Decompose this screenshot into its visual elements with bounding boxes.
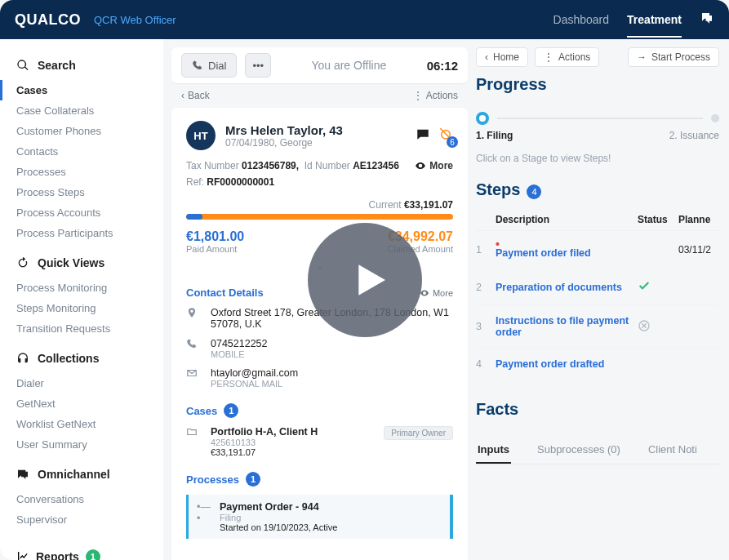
- actions-label: Actions: [426, 90, 458, 101]
- more-toggle[interactable]: More: [415, 160, 453, 171]
- more-button[interactable]: •••: [245, 53, 271, 78]
- nav-treatment[interactable]: Treatment: [627, 13, 682, 38]
- step-row[interactable]: 2 Preparation of documents: [476, 269, 719, 305]
- step-num: 2: [476, 282, 496, 293]
- sidebar-item-cases[interactable]: Cases: [0, 80, 163, 100]
- person-sub: 07/04/1980, George: [225, 137, 343, 149]
- brand-logo: QUALCO: [15, 11, 81, 29]
- sidebar-item[interactable]: Supervisor: [0, 509, 163, 530]
- sidebar-quickviews[interactable]: Quick Views: [0, 251, 163, 274]
- case-name: Portfolio H-A, Client H: [211, 426, 318, 438]
- sub-bar: ‹ Back ⋮ Actions: [171, 83, 468, 108]
- processes-count: 1: [246, 472, 260, 487]
- mail-icon: [186, 367, 201, 381]
- steps-heading: Steps 4: [476, 180, 719, 199]
- facts-heading: Facts: [476, 400, 719, 419]
- stage-1-label[interactable]: 1. Filing: [476, 130, 513, 141]
- tab-inputs[interactable]: Inputs: [476, 437, 511, 464]
- sidebar-item[interactable]: Dialer: [0, 373, 163, 393]
- folder-icon: [186, 426, 201, 440]
- play-video-button[interactable]: [308, 223, 422, 337]
- chart-icon: [16, 550, 29, 560]
- process-row[interactable]: •—• Payment Order - 944 Filing Started o…: [186, 495, 453, 539]
- sidebar-item[interactable]: Process Steps: [0, 182, 163, 202]
- sidebar-reports[interactable]: Reports 1: [0, 538, 163, 560]
- pin-icon: [186, 307, 201, 321]
- sidebar: Search Cases Case Collaterals Customer P…: [0, 39, 163, 560]
- tab-subprocesses[interactable]: Subprocesses (0): [536, 437, 622, 464]
- home-pill[interactable]: ‹Home: [476, 47, 528, 67]
- step-row[interactable]: 1 Payment order filed 03/11/2: [476, 231, 719, 269]
- stage-hint: Click on a Stage to view Steps!: [476, 153, 719, 164]
- sidebar-omni-label: Omnichannel: [38, 468, 110, 481]
- sidebar-item[interactable]: Process Monitoring: [0, 278, 163, 298]
- id-label: Id Number: [304, 160, 350, 171]
- refresh-icon: [16, 256, 29, 269]
- arrow-right-icon: →: [637, 51, 647, 63]
- chat-icon[interactable]: [700, 11, 714, 29]
- step-row[interactable]: 4 Payment order drafted: [476, 349, 719, 380]
- sidebar-item[interactable]: Transition Requests: [0, 318, 163, 339]
- sidebar-item[interactable]: Conversations: [0, 489, 163, 509]
- sidebar-item[interactable]: Steps Monitoring: [0, 298, 163, 318]
- sidebar-collections[interactable]: Collections: [0, 347, 163, 370]
- owner-chip: Primary Owner: [384, 426, 453, 440]
- sidebar-item[interactable]: User Summary: [0, 434, 163, 455]
- actions-pill[interactable]: ⋮Actions: [535, 47, 599, 67]
- id-value: AE123456: [353, 160, 399, 171]
- contact-phone: 0745212252 MOBILE: [186, 338, 453, 359]
- sidebar-item[interactable]: Process Accounts: [0, 202, 163, 223]
- person-header: HT Mrs Helen Taylor, 43 07/04/1980, Geor…: [186, 121, 453, 150]
- case-number: 425610133: [211, 438, 318, 447]
- step-desc[interactable]: Preparation of documents: [496, 282, 638, 293]
- sidebar-search[interactable]: Search: [0, 54, 163, 77]
- chat-icon: [16, 468, 29, 481]
- sub-brand[interactable]: QCR Web Officer: [94, 14, 176, 26]
- dial-label: Dial: [208, 60, 226, 72]
- sidebar-item[interactable]: Customer Phones: [0, 121, 163, 141]
- sidebar-item[interactable]: Contacts: [0, 141, 163, 162]
- sidebar-item[interactable]: Process Participants: [0, 223, 163, 243]
- case-amount: €33,191.07: [211, 447, 318, 457]
- sidebar-item[interactable]: Worklist GetNext: [0, 414, 163, 434]
- tab-client-notif[interactable]: Client Noti: [647, 437, 699, 464]
- step-row[interactable]: 3 Instructions to file payment order: [476, 305, 719, 349]
- stage-1-dot[interactable]: [476, 112, 489, 125]
- alarm-off-icon[interactable]: [438, 127, 453, 144]
- case-row[interactable]: Portfolio H-A, Client H 425610133 €33,19…: [186, 426, 453, 457]
- home-label: Home: [493, 51, 519, 63]
- dial-button[interactable]: Dial: [181, 53, 237, 78]
- ref-label: Ref:: [186, 176, 204, 188]
- sidebar-item[interactable]: Case Collaterals: [0, 100, 163, 121]
- contact-more[interactable]: More: [420, 288, 453, 298]
- actions-link[interactable]: ⋮ Actions: [413, 90, 458, 101]
- cancel-icon: [638, 319, 678, 335]
- message-icon[interactable]: [416, 127, 430, 144]
- step-desc[interactable]: Payment order filed: [496, 241, 638, 259]
- eye-icon: [415, 160, 426, 171]
- process-name: Payment Order - 944: [220, 501, 337, 513]
- progress-heading: Progress: [476, 75, 719, 94]
- stage-2-dot[interactable]: [711, 114, 719, 122]
- step-desc[interactable]: Instructions to file payment order: [496, 315, 638, 338]
- sidebar-quick-label: Quick Views: [38, 256, 104, 269]
- start-process-pill[interactable]: →Start Process: [628, 47, 719, 67]
- step-date: 03/11/2: [678, 244, 719, 256]
- step-desc[interactable]: Payment order drafted: [496, 358, 638, 370]
- back-link[interactable]: ‹ Back: [181, 90, 210, 101]
- cases-count: 1: [224, 403, 238, 418]
- sidebar-item[interactable]: GetNext: [0, 393, 163, 414]
- right-top-bar: ‹Home ⋮Actions →Start Process: [476, 47, 719, 67]
- nav-dashboard[interactable]: Dashboard: [553, 13, 610, 26]
- meta-row: Tax Number 0123456789, Id Number AE12345…: [186, 160, 453, 171]
- stage-2-label[interactable]: 2. Issuance: [669, 130, 719, 141]
- progress-fill: [186, 214, 202, 220]
- person-name: Mrs Helen Taylor, 43: [225, 123, 343, 137]
- tax-value: 0123456789,: [242, 160, 299, 171]
- processes-title: Processes 1: [186, 472, 453, 487]
- current-value: €33,191.07: [404, 199, 453, 211]
- sidebar-omnichannel[interactable]: Omnichannel: [0, 463, 163, 486]
- sidebar-item[interactable]: Processes: [0, 162, 163, 182]
- sidebar-search-label: Search: [38, 59, 76, 72]
- email-text: htaylor@gmail.com: [211, 367, 298, 379]
